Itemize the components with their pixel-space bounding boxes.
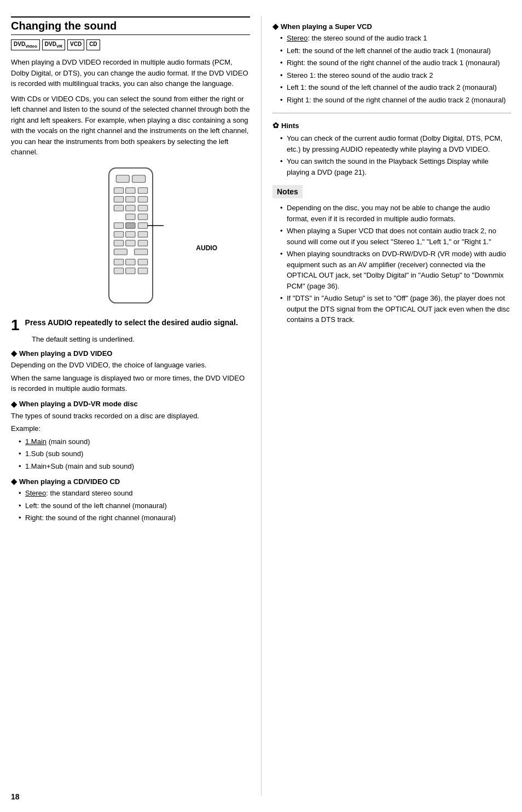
- dvd-video-text2: When the same language is displayed two …: [11, 373, 250, 394]
- notes-title: Notes: [277, 187, 298, 196]
- svg-rect-14: [114, 222, 123, 228]
- svg-rect-30: [138, 268, 147, 274]
- svg-rect-9: [114, 205, 123, 211]
- list-item: Right: the sound of the right channel (m…: [19, 512, 250, 523]
- hints-title: ✿ Hints: [272, 121, 511, 130]
- list-item: Depending on the disc, you may not be ab…: [280, 203, 511, 224]
- step-1-header: 1 Press AUDIO repeatedly to select the d…: [11, 318, 250, 333]
- svg-rect-8: [138, 196, 147, 202]
- svg-rect-26: [125, 259, 135, 265]
- svg-rect-17: [114, 231, 123, 237]
- subsection-super-vcd-title: ◆ When playing a Super VCD: [272, 22, 511, 31]
- svg-rect-11: [138, 205, 147, 211]
- list-item: If "DTS" in "Audio Setup" is set to "Off…: [280, 293, 511, 325]
- notes-list: Depending on the disc, you may not be ab…: [280, 203, 511, 325]
- subsection-dvd-vr-title: ◆ When playing a DVD-VR mode disc: [11, 400, 250, 408]
- section-title: Changing the sound: [11, 16, 250, 35]
- dvd-vr-text2: Example:: [11, 423, 250, 434]
- dvd-vr-list: 1.Main (main sound) 1.Sub (sub sound) 1.…: [19, 436, 250, 472]
- list-item: Left 1: the sound of the left channel of…: [280, 82, 511, 93]
- list-item: When playing soundtracks on DVD-RW/DVD-R…: [280, 249, 511, 291]
- list-item: Stereo: the stereo sound of the audio tr…: [280, 33, 511, 44]
- svg-rect-13: [125, 214, 135, 220]
- svg-rect-6: [114, 196, 123, 202]
- intro-paragraph-2: With CDs or VIDEO CDs, you can select th…: [11, 94, 250, 158]
- badge-cd: CD: [86, 39, 100, 50]
- svg-rect-20: [114, 240, 123, 246]
- badge-row: DVDVideo DVDVR VCD CD: [11, 39, 250, 50]
- super-vcd-list: Stereo: the stereo sound of the audio tr…: [280, 33, 511, 105]
- badge-vcd: VCD: [67, 39, 84, 50]
- cd-video-list: Stereo: the standard stereo sound Left: …: [19, 488, 250, 523]
- list-item: You can switch the sound in the Playback…: [280, 156, 511, 177]
- list-item: 1.Sub (sub sound): [19, 448, 250, 459]
- step-1-text: Press AUDIO repeatedly to select the des…: [25, 318, 238, 329]
- list-item: Stereo: the standard stereo sound: [19, 488, 250, 499]
- diamond-icon-4: ◆: [272, 22, 279, 31]
- diamond-icon-3: ◆: [11, 477, 17, 486]
- dvd-vr-text1: The types of sound tracks recorded on a …: [11, 411, 250, 422]
- list-item: 1.Main+Sub (main and sub sound): [19, 461, 250, 472]
- svg-rect-22: [138, 240, 147, 246]
- step-number-1: 1: [11, 318, 20, 333]
- badge-dvdvideo: DVDVideo: [11, 39, 40, 50]
- right-column: ◆ When playing a Super VCD Stereo: the s…: [261, 16, 511, 796]
- svg-rect-1: [116, 175, 129, 182]
- divider-1: [272, 113, 511, 113]
- svg-rect-25: [114, 259, 123, 265]
- list-item: 1.Main (main sound): [19, 436, 250, 447]
- left-column: Changing the sound DVDVideo DVDVR VCD CD…: [11, 16, 261, 796]
- hints-section: ✿ Hints You can check of the current aud…: [272, 121, 511, 177]
- list-item: You can check of the current audio forma…: [280, 133, 511, 154]
- hints-list: You can check of the current audio forma…: [280, 133, 511, 177]
- svg-rect-23: [114, 249, 127, 255]
- svg-rect-16: [138, 222, 147, 228]
- svg-rect-28: [114, 268, 123, 274]
- svg-rect-27: [138, 259, 147, 265]
- remote-diagram: AUDIO: [11, 164, 250, 310]
- audio-label: AUDIO: [196, 244, 217, 252]
- page-number: 18: [11, 792, 20, 801]
- svg-rect-18: [125, 231, 135, 237]
- remote-svg: [98, 164, 164, 310]
- dvd-video-text1: Depending on the DVD VIDEO, the choice o…: [11, 360, 250, 371]
- intro-paragraph-1: When playing a DVD VIDEO recorded in mul…: [11, 57, 250, 89]
- svg-rect-15: [125, 222, 135, 228]
- svg-rect-24: [134, 249, 147, 255]
- svg-rect-2: [132, 175, 145, 182]
- list-item: Stereo 1: the stereo sound of the audio …: [280, 70, 511, 81]
- svg-rect-10: [125, 205, 135, 211]
- badge-dvdvr: DVDVR: [42, 39, 65, 50]
- svg-rect-29: [125, 268, 135, 274]
- list-item: Left: the sound of the left channel of t…: [280, 45, 511, 56]
- svg-rect-12: [138, 214, 147, 220]
- hints-icon: ✿: [272, 121, 279, 130]
- subsection-dvd-video-title: ◆ When playing a DVD VIDEO: [11, 349, 250, 358]
- svg-rect-5: [138, 187, 147, 193]
- subsection-cd-video-title: ◆ When playing a CD/VIDEO CD: [11, 477, 250, 486]
- notes-section: Notes Depending on the disc, you may not…: [272, 185, 511, 325]
- default-note: The default setting is underlined.: [32, 335, 250, 343]
- notes-box: Notes: [272, 185, 303, 198]
- svg-rect-21: [125, 240, 135, 246]
- list-item: Right: the sound of the right channel of…: [280, 57, 511, 68]
- list-item: Right 1: the sound of the right channel …: [280, 95, 511, 106]
- list-item: When playing a Super VCD that does not c…: [280, 226, 511, 247]
- svg-rect-19: [138, 231, 147, 237]
- svg-rect-4: [125, 187, 135, 193]
- diamond-icon-2: ◆: [11, 400, 17, 408]
- svg-rect-3: [114, 187, 123, 193]
- list-item: Left: the sound of the left channel (mon…: [19, 500, 250, 511]
- svg-rect-7: [125, 196, 135, 202]
- diamond-icon-1: ◆: [11, 349, 17, 358]
